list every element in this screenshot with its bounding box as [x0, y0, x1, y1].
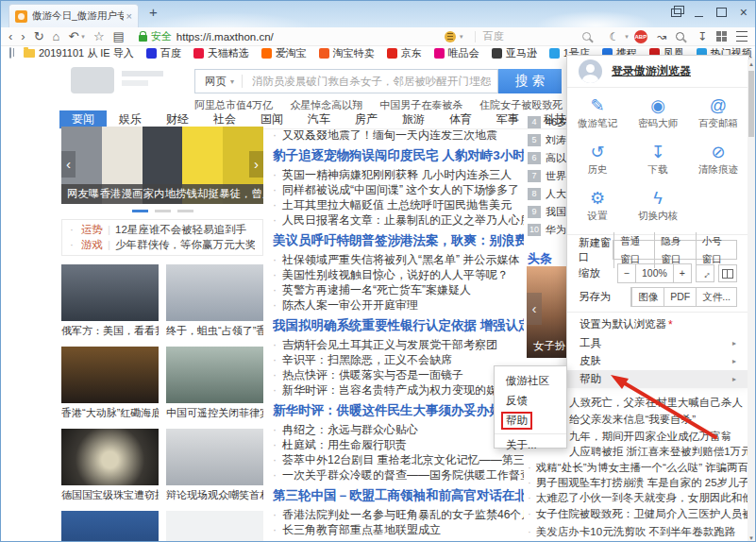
bookmark-item[interactable]: 京东	[387, 46, 422, 59]
news-line[interactable]: 九年，期间开四家企业成亿万富翁	[569, 430, 748, 443]
headline-link[interactable]: 陈杰人案一审公开开庭审理	[273, 297, 524, 313]
set-default-browser-item[interactable]: 设置为默认浏览器 *	[567, 314, 748, 334]
scroll-down-icon[interactable]: ▾	[748, 534, 755, 542]
photo-card[interactable]: 终于，蛆虫“占领了”香港…	[166, 264, 263, 338]
headline-link[interactable]: 同样都被说成“中国间谍” 这个女人的下场惨多了	[273, 182, 524, 197]
headline-link[interactable]: 豹子追逐宠物狗误闯印度民宅 人豹对峙3小时	[273, 147, 524, 164]
search-button[interactable]: 搜索	[498, 69, 562, 93]
news-line[interactable]: 给父亲发来信息“我要自杀”	[569, 413, 748, 426]
bookmark-item[interactable]: 淘宝特卖	[319, 46, 375, 59]
submenu-item[interactable]: 反馈	[495, 391, 566, 411]
headline-link[interactable]: 吉炳轩会见土耳其正义与发展党干部考察团	[273, 337, 524, 352]
headline-link[interactable]: 一次关乎群众冷暖的督查——国务院供暖工作督查侧记	[273, 467, 524, 483]
hot-search-link[interactable]: 住院女子被殴致死	[479, 98, 563, 111]
headline-link[interactable]: 荟萃中外12台剧目 重拾老北京文化记忆——第三届老舍戏…	[273, 452, 524, 467]
news-line[interactable]: 人应聘被拒 浙江喜来登被判赔偿1万元	[569, 445, 748, 458]
undo-icon[interactable]: ↶	[68, 28, 78, 45]
close-button[interactable]: ×	[740, 8, 748, 17]
bookmark-folder[interactable]: 20191101 从 IE 导入	[24, 46, 134, 59]
photo-card[interactable]	[61, 511, 159, 542]
save-as-option-button[interactable]: 图像	[631, 288, 664, 306]
headline-link[interactable]: 杜庭斌：用生命履行职责	[273, 437, 524, 452]
menu-grid-item[interactable]: ↺ 历史	[567, 140, 628, 186]
search-icon[interactable]	[582, 32, 591, 41]
news-carousel[interactable]: ‹ › 网友曝香港漫画家内地捞钱却挺暴徒，曾属…	[61, 127, 263, 204]
headline-link[interactable]: 香港法院判处一名参与旺角暴乱的女子监禁46个月	[273, 507, 524, 522]
headline-link[interactable]: 我国拟明确系统重要性银行认定依据 增强认定透…	[273, 317, 524, 334]
new-tab-button[interactable]: +	[149, 4, 158, 20]
window-option-button[interactable]: 隐身窗口	[654, 232, 695, 268]
headline-link[interactable]: 又双叒叕地震了！缅甸一天内连发三次地震	[273, 127, 524, 143]
headline-link[interactable]: 美国性别歧视触目惊心，说好的人人平等呢？	[273, 267, 524, 282]
refresh-icon[interactable]: ↻	[34, 28, 44, 45]
headline-link[interactable]: 辛识平：扫黑除恶，正义不会缺席	[273, 352, 524, 367]
headline-link[interactable]: 土耳其里拉大幅贬值 土总统呼吁国民抛售美元	[273, 197, 524, 212]
photo-card[interactable]: 俄军方：美国，看看我们的…	[61, 264, 159, 338]
headline-link[interactable]: 人民日报署名文章：止暴制乱的正义之举乃人心所向	[273, 212, 524, 228]
window-option-button[interactable]: 普通窗口	[613, 232, 654, 268]
news-tab[interactable]: 汽车	[295, 110, 343, 128]
headline-link[interactable]: 英警方再逮捕一名“死亡货车”案嫌疑人	[273, 282, 524, 297]
zoom-out-button[interactable]: −	[618, 264, 635, 282]
carousel-dot[interactable]	[155, 210, 171, 212]
undo-dropdown-icon[interactable]: ▾	[81, 33, 85, 41]
news-line[interactable]: 戏精“处长”为博女主播一个“么么哒” 诈骗两百万	[528, 461, 748, 474]
favorite-star-icon[interactable]: ☆	[93, 28, 105, 45]
mouse-gesture-icon[interactable]: ↝	[657, 30, 666, 43]
night-mode-icon[interactable]: ☾	[610, 30, 620, 43]
news-line[interactable]: 美发店办卡10元洗剪吹 不到半年卷款跑路	[528, 525, 748, 538]
window-option-button[interactable]: 小号窗口	[696, 232, 736, 268]
photo-prev-icon[interactable]: ‹	[527, 293, 542, 325]
submenu-item[interactable]: 帮助	[495, 411, 566, 431]
adblock-icon[interactable]: ABP	[634, 30, 647, 43]
headline-link[interactable]: 冉绍之：永远与群众心贴心	[273, 422, 524, 437]
login-link[interactable]: 登录傲游浏览器	[612, 63, 691, 79]
menu-row[interactable]: 帮助 ▸	[567, 370, 748, 388]
photo-card[interactable]: 德国国宝级珠宝遭窃损失或…	[61, 429, 159, 502]
menu-grid-item[interactable]: ✎ 傲游笔记	[567, 93, 628, 140]
headline-link[interactable]: 英国一精神病嫌犯刚刚获释 几小时内连杀三人	[273, 167, 524, 182]
headline-link[interactable]: 第三轮中国－欧盟工商领袖和前高官对话在北京…	[273, 487, 524, 504]
photo-card[interactable]: 中国可遥控关闭菲律宾电网…	[166, 347, 263, 420]
bookmark-item[interactable]: 天猫精选	[193, 46, 249, 59]
headline-link[interactable]: 新华时评：供暖这件民生大事须办妥办好	[273, 402, 524, 419]
photo-card[interactable]: 香港“大动脉”红磡海底隧…	[61, 347, 159, 420]
search-category-select[interactable]: 网页	[205, 75, 227, 89]
bookmark-item[interactable]: 百度	[146, 46, 181, 59]
resource-sniffer-icon[interactable]	[676, 32, 684, 41]
browser-tab[interactable]: 傲游今日_傲游用户专属的 ×	[8, 4, 139, 27]
news-tab[interactable]: 房产	[343, 110, 390, 128]
quick-search-input[interactable]: 百度	[483, 29, 595, 43]
headline-link[interactable]: 热点快评：供暖落实与否是一面镜子	[273, 367, 524, 382]
bookmark-item[interactable]: 唯品会	[434, 46, 479, 59]
save-as-option-button[interactable]: PDF	[664, 288, 696, 306]
scrollbar-thumb[interactable]	[748, 71, 754, 137]
forward-icon[interactable]: ›	[21, 28, 25, 45]
submenu-item[interactable]: 关于...	[495, 433, 566, 453]
bee-dropdown-icon[interactable]: ▾	[460, 33, 463, 41]
submenu-item[interactable]: 傲游社区	[495, 371, 566, 391]
hot-search-link[interactable]: 中国男子在泰被杀	[379, 98, 462, 111]
headline-link[interactable]: 社保领域严重失信将被列入“黑名单” 并公示媒体	[273, 252, 524, 267]
headline-link[interactable]: 长三角教育部重点基地联盟成立	[273, 522, 524, 537]
news-line[interactable]: 人致死亡，父亲在村里大喊自己杀人	[569, 396, 748, 409]
reader-mode-icon[interactable]: ▤	[113, 28, 125, 45]
tab-close-icon[interactable]: ×	[126, 10, 132, 22]
news-line[interactable]: 女子住院被殴致死：卫健局介入三医护人员被拘	[528, 507, 748, 520]
scroll-up-icon[interactable]: ▴	[748, 60, 755, 68]
address-bar[interactable]: 安全 https://i.maxthon.cn/	[139, 29, 274, 43]
chevron-down-icon[interactable]: ▾	[230, 77, 234, 86]
carousel-prev-icon[interactable]: ‹	[61, 151, 76, 178]
photo-card[interactable]: 辩论现场观众嘲笑首相约翰逊…	[166, 429, 263, 502]
split-screen-button[interactable]	[718, 264, 737, 282]
main-menu-icon[interactable]	[736, 31, 748, 42]
menu-grid-item[interactable]: ⊘ 清除痕迹	[688, 140, 748, 186]
carousel-caption[interactable]: 网友曝香港漫画家内地捞钱却挺暴徒，曾属…	[61, 184, 263, 204]
hot-search-link[interactable]: 阿里总市值4万亿	[194, 98, 273, 111]
notice-line[interactable]: 游戏|少年群侠传，等你赢万元大奖！	[70, 238, 255, 253]
sidebar-toggle-icon[interactable]	[9, 47, 11, 59]
save-as-option-button[interactable]: 文件...	[696, 288, 736, 306]
menu-grid-item[interactable]: ↧ 下载	[628, 140, 688, 186]
notice-line[interactable]: 运势|12星座谁不会被轻易追到手	[70, 223, 255, 238]
hot-search-link[interactable]: 众星悼念高以翔	[290, 98, 362, 111]
